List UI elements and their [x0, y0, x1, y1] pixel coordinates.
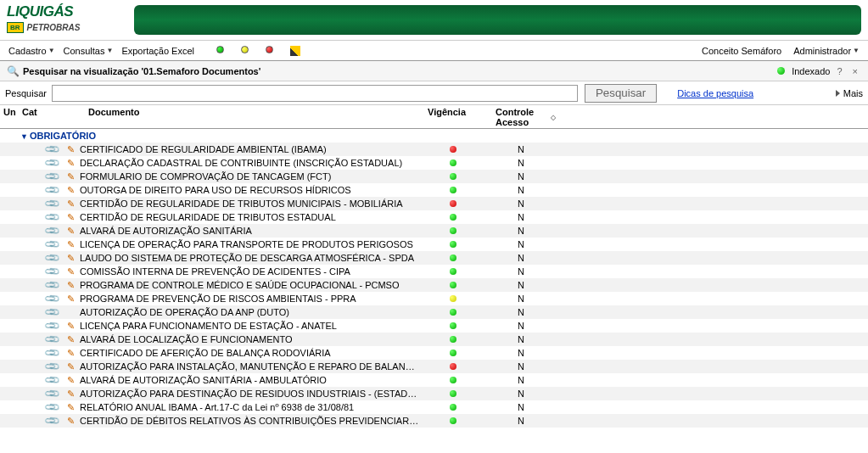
document-name[interactable]: COMISSÃO INTERNA DE PREVENÇÃO DE ACIDENT…	[80, 266, 419, 277]
group-obrigatorio[interactable]: ▼OBRIGATÓRIO	[0, 129, 868, 143]
edit-icon[interactable]: ✎	[61, 199, 80, 210]
document-name[interactable]: RELATÓRIO ANUAL IBAMA - Art.17-C da Lei …	[80, 402, 419, 412]
table-row[interactable]: 📎✎PROGRAMA DE CONTROLE MÉDICO E SAÚDE OC…	[0, 278, 868, 292]
vigencia-status	[419, 187, 487, 193]
table-row[interactable]: 📎✎LICENÇA PARA FUNCIONAMENTO DE ESTAÇÃO …	[0, 319, 868, 333]
document-name[interactable]: AUTORIZAÇÃO PARA DESTINAÇÃO DE RESIDUOS …	[80, 389, 419, 399]
vigencia-status	[419, 295, 487, 302]
table-row[interactable]: 📎✎ALVARÁ DE LOCALIZAÇÃO E FUNCIONAMENTON	[0, 333, 868, 346]
document-name[interactable]: AUTORIZAÇÃO PARA INSTALAÇÃO, MANUTENÇÃO …	[80, 361, 419, 372]
more-toggle[interactable]: Mais	[836, 88, 863, 98]
table-row[interactable]: 📎✎AUTORIZAÇÃO PARA DESTINAÇÃO DE RESIDUO…	[0, 387, 868, 400]
col-documento[interactable]: Documento	[85, 107, 424, 117]
edit-icon[interactable]: ✎	[61, 266, 80, 277]
edit-icon[interactable]: ✎	[61, 389, 80, 400]
search-input[interactable]	[52, 85, 578, 102]
edit-icon[interactable]: ✎	[61, 144, 80, 155]
table-row[interactable]: 📎✎CERTIFICADO DE AFERIÇÃO DE BALANÇA ROD…	[0, 346, 868, 360]
table-row[interactable]: 📎✎CERTIFICADO DE REGULARIDADE AMBIENTAL …	[0, 143, 868, 156]
edit-icon[interactable]: ✎	[61, 185, 80, 196]
table-row[interactable]: 📎✎CERTIDÃO DE REGULARIDADE DE TRIBUTOS M…	[0, 197, 868, 210]
edit-icon[interactable]: ✎	[61, 171, 80, 182]
vigencia-status	[419, 214, 487, 221]
search-row: Pesquisar Pesquisar Dicas de pesquisa Ma…	[0, 81, 868, 105]
col-vigencia[interactable]: Vigência	[424, 107, 492, 117]
brush-icon[interactable]	[290, 46, 300, 56]
close-button[interactable]: ×	[849, 66, 861, 76]
document-name[interactable]: ALVARÁ DE AUTORIZAÇÃO SANITÁRIA - AMBULA…	[80, 375, 419, 385]
document-name[interactable]: CERTIFICADO DE AFERIÇÃO DE BALANÇA RODOV…	[80, 348, 419, 358]
table-row[interactable]: 📎✎RELATÓRIO ANUAL IBAMA - Art.17-C da Le…	[0, 400, 868, 414]
menu-conceito[interactable]: Conceito Semáforo	[698, 44, 785, 58]
edit-icon[interactable]: ✎	[61, 416, 80, 427]
table-row[interactable]: 📎✎ALVARÁ DE AUTORIZAÇÃO SANITÁRIA - AMBU…	[0, 373, 868, 387]
indexed-label: Indexado	[792, 66, 830, 76]
green-status-icon	[450, 159, 456, 166]
edit-icon[interactable]: ✎	[61, 226, 80, 237]
col-controle-label: Controle Acesso	[496, 107, 549, 127]
table-row[interactable]: 📎✎COMISSÃO INTERNA DE PREVENÇÃO DE ACIDE…	[0, 265, 868, 278]
edit-icon[interactable]: ✎	[61, 361, 80, 372]
document-name[interactable]: PROGRAMA DE CONTROLE MÉDICO E SAÚDE OCUP…	[80, 280, 419, 290]
document-name[interactable]: FORMULARIO DE COMPROVAÇÃO DE TANCAGEM (F…	[80, 171, 419, 182]
document-name[interactable]: CERTIDÃO DE DÉBITOS RELATIVOS ÀS CONTRIB…	[80, 416, 419, 426]
col-cat[interactable]: Cat	[19, 107, 42, 117]
search-header-right: Indexado ? ×	[777, 66, 861, 76]
document-name[interactable]: ALVARÁ DE LOCALIZAÇÃO E FUNCIONAMENTO	[80, 334, 419, 344]
col-un[interactable]: Un	[0, 107, 19, 117]
table-row[interactable]: 📎✎AUTORIZAÇÃO PARA INSTALAÇÃO, MANUTENÇÃ…	[0, 360, 868, 373]
document-name[interactable]: LICENÇA PARA FUNCIONAMENTO DE ESTAÇÃO - …	[80, 321, 419, 331]
document-name[interactable]: AUTORIZAÇÃO DE OPERAÇÃO DA ANP (DUTO)	[80, 307, 419, 317]
table-row[interactable]: 📎✎LICENÇA DE OPERAÇÃO PARA TRANSPORTE DE…	[0, 238, 868, 251]
green-light-icon[interactable]	[216, 46, 224, 53]
document-name[interactable]: DECLARAÇÃO CADASTRAL DE CONTRIBUINTE (IN…	[80, 158, 419, 168]
help-button[interactable]: ?	[837, 66, 842, 76]
menu-consultas[interactable]: Consultas▼	[60, 44, 117, 58]
table-row[interactable]: 📎✎PROGRAMA DE PREVENÇÃO DE RISCOS AMBIEN…	[0, 292, 868, 305]
table-row[interactable]: 📎✎OUTORGA DE DIREITO PARA USO DE RECURSO…	[0, 183, 868, 197]
app-header: LIQUIGÁS BR PETROBRAS	[0, 0, 868, 41]
document-name[interactable]: CERTIFICADO DE REGULARIDADE AMBIENTAL (I…	[80, 144, 419, 154]
menu-admin[interactable]: Administrador▼	[790, 44, 863, 58]
edit-icon[interactable]: ✎	[61, 321, 80, 332]
document-name[interactable]: CERTIDÃO DE REGULARIDADE DE TRIBUTOS EST…	[80, 212, 419, 222]
col-controle-acesso[interactable]: Controle Acesso◇	[492, 107, 560, 127]
table-body[interactable]: ▼OBRIGATÓRIO 📎✎CERTIFICADO DE REGULARIDA…	[0, 129, 868, 434]
edit-icon[interactable]: ✎	[61, 253, 80, 264]
table-row[interactable]: 📎AUTORIZAÇÃO DE OPERAÇÃO DA ANP (DUTO)N	[0, 305, 868, 319]
edit-icon[interactable]: ✎	[61, 239, 80, 250]
table-row[interactable]: 📎✎CERTIDÃO DE DÉBITOS RELATIVOS ÀS CONTR…	[0, 414, 868, 428]
document-name[interactable]: LICENÇA DE OPERAÇÃO PARA TRANSPORTE DE P…	[80, 239, 419, 249]
edit-icon[interactable]: ✎	[61, 280, 80, 291]
green-status-icon	[450, 377, 456, 383]
menu-exportacao[interactable]: Exportação Excel	[118, 44, 198, 58]
edit-icon[interactable]: ✎	[61, 334, 80, 345]
edit-icon[interactable]: ✎	[61, 212, 80, 223]
controle-acesso-value: N	[487, 361, 555, 372]
table-row[interactable]: 📎✎CERTIDÃO DE REGULARIDADE DE TRIBUTOS E…	[0, 210, 868, 224]
edit-icon[interactable]: ✎	[61, 402, 80, 413]
search-button[interactable]: Pesquisar	[585, 84, 657, 103]
document-name[interactable]: PROGRAMA DE PREVENÇÃO DE RISCOS AMBIENTA…	[80, 294, 419, 304]
document-name[interactable]: OUTORGA DE DIREITO PARA USO DE RECURSOS …	[80, 185, 419, 195]
edit-icon[interactable]: ✎	[61, 375, 80, 386]
controle-acesso-value: N	[487, 266, 555, 277]
table-row[interactable]: 📎✎FORMULARIO DE COMPROVAÇÃO DE TANCAGEM …	[0, 170, 868, 183]
menu-cadastro[interactable]: Cadastro▼	[5, 44, 59, 58]
br-badge: BR	[7, 22, 24, 33]
document-name[interactable]: CERTIDÃO DE REGULARIDADE DE TRIBUTOS MUN…	[80, 199, 419, 209]
document-name[interactable]: LAUDO DO SISTEMA DE PROTEÇÃO DE DESCARGA…	[80, 253, 419, 263]
table-row[interactable]: 📎✎DECLARAÇÃO CADASTRAL DE CONTRIBUINTE (…	[0, 156, 868, 170]
expand-icon	[836, 90, 840, 97]
vigencia-status	[419, 254, 487, 261]
edit-icon[interactable]: ✎	[61, 348, 80, 359]
table-row[interactable]: 📎✎ALVARÁ DE AUTORIZAÇÃO SANITÁRIAN	[0, 224, 868, 238]
vigencia-status	[419, 173, 487, 180]
red-light-icon[interactable]	[266, 46, 273, 53]
tips-link[interactable]: Dicas de pesquisa	[677, 88, 753, 98]
edit-icon[interactable]: ✎	[61, 294, 80, 305]
document-name[interactable]: ALVARÁ DE AUTORIZAÇÃO SANITÁRIA	[80, 226, 419, 236]
table-row[interactable]: 📎✎LAUDO DO SISTEMA DE PROTEÇÃO DE DESCAR…	[0, 251, 868, 265]
edit-icon[interactable]: ✎	[61, 158, 80, 169]
yellow-light-icon[interactable]	[241, 46, 249, 53]
